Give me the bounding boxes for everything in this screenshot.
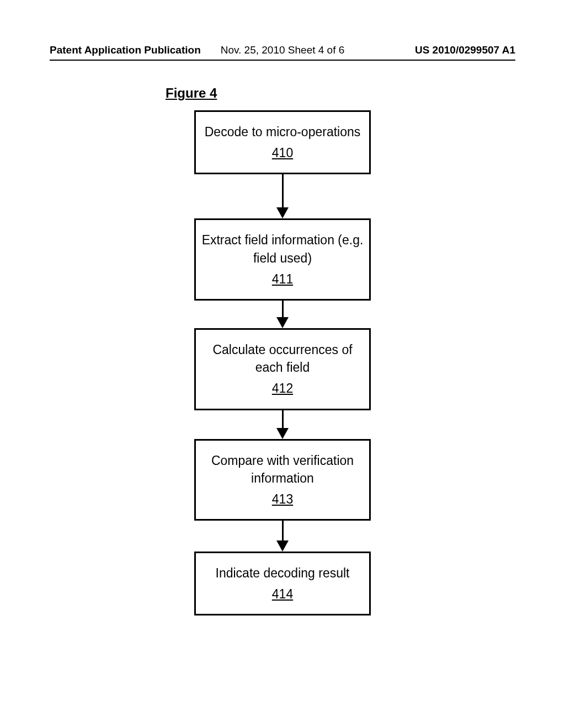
header-center: Nov. 25, 2010 Sheet 4 of 6 — [221, 44, 345, 56]
flowchart-arrow — [276, 301, 289, 328]
flowchart-arrow — [276, 410, 289, 439]
box-ref: 414 — [201, 585, 364, 603]
arrow-head-icon — [276, 428, 289, 439]
arrow-head-icon — [276, 540, 289, 552]
arrow-line — [282, 174, 284, 207]
box-ref: 413 — [201, 490, 364, 508]
arrow-line — [282, 301, 284, 317]
box-text: Decode to micro-operations — [205, 125, 361, 139]
flowchart-box-412: Calculate occurrences of each field 412 — [194, 328, 371, 410]
arrow-line — [282, 410, 284, 428]
flowchart-box-410: Decode to micro-operations 410 — [194, 110, 371, 174]
flowchart-box-414: Indicate decoding result 414 — [194, 552, 371, 615]
flowchart-arrow — [276, 174, 289, 218]
box-ref: 410 — [201, 144, 364, 162]
header-divider — [50, 60, 515, 61]
flowchart-box-413: Compare with verification information 41… — [194, 439, 371, 521]
box-text: Indicate decoding result — [216, 566, 350, 580]
box-text: Calculate occurrences of each field — [212, 342, 352, 374]
flowchart-diagram: Decode to micro-operations 410 Extract f… — [0, 110, 565, 615]
arrow-head-icon — [276, 317, 289, 328]
flowchart-arrow — [276, 521, 289, 552]
page-header: Patent Application Publication Nov. 25, … — [0, 44, 565, 56]
arrow-head-icon — [276, 207, 289, 218]
header-left: Patent Application Publication — [50, 44, 201, 56]
box-text: Compare with verification information — [211, 453, 354, 485]
box-ref: 412 — [201, 379, 364, 397]
box-text: Extract field information (e.g. field us… — [202, 233, 364, 265]
flowchart-box-411: Extract field information (e.g. field us… — [194, 218, 371, 301]
arrow-line — [282, 521, 284, 540]
box-ref: 411 — [201, 270, 364, 288]
header-right: US 2010/0299507 A1 — [415, 44, 515, 56]
figure-title: Figure 4 — [166, 85, 217, 101]
